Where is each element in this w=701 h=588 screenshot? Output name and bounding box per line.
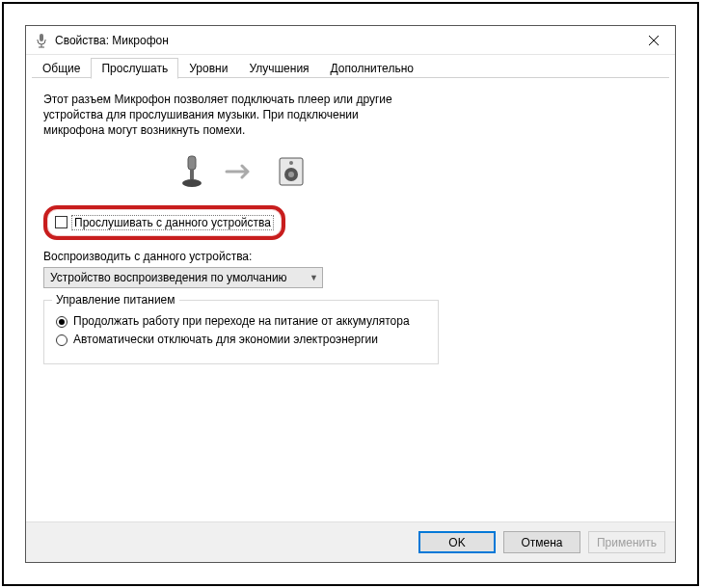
- speaker-device-icon: [277, 155, 306, 191]
- cancel-button[interactable]: Отмена: [503, 531, 580, 553]
- power-management-legend: Управление питанием: [52, 293, 179, 307]
- listen-description: Этот разъем Микрофон позволяет подключат…: [43, 92, 410, 139]
- svg-point-10: [288, 172, 294, 177]
- highlight-annotation: Прослушивать с данного устройства: [43, 205, 285, 240]
- device-flow-illustration: [178, 154, 658, 192]
- power-management-group: Управление питанием Продолжать работу пр…: [43, 300, 439, 364]
- tab-content: Этот разъем Микрофон позволяет подключат…: [26, 78, 675, 521]
- playback-device-label: Воспроизводить с данного устройства:: [43, 250, 658, 263]
- svg-point-7: [182, 179, 202, 187]
- playback-device-combo[interactable]: Устройство воспроизведения по умолчанию …: [43, 267, 323, 288]
- svg-rect-6: [190, 170, 194, 179]
- tabstrip: Общие Прослушать Уровни Улучшения Дополн…: [26, 55, 675, 78]
- svg-rect-0: [40, 34, 43, 41]
- chevron-down-icon: ▼: [310, 273, 318, 282]
- tab-enhancements[interactable]: Улучшения: [238, 58, 319, 78]
- svg-rect-5: [188, 156, 196, 170]
- arrow-right-icon: [225, 163, 257, 183]
- microphone-icon: [34, 33, 49, 48]
- tab-advanced[interactable]: Дополнительно: [320, 58, 424, 78]
- close-button[interactable]: [632, 26, 675, 55]
- button-bar: OK Отмена Применить: [26, 521, 675, 562]
- tab-general[interactable]: Общие: [32, 58, 91, 78]
- svg-point-11: [289, 161, 293, 165]
- playback-device-value: Устройство воспроизведения по умолчанию: [50, 271, 287, 284]
- apply-button[interactable]: Применить: [588, 531, 665, 553]
- power-auto-off-radio[interactable]: [56, 334, 67, 346]
- ok-button[interactable]: OK: [418, 531, 496, 553]
- power-continue-option[interactable]: Продолжать работу при переходе на питани…: [56, 314, 426, 330]
- tab-levels[interactable]: Уровни: [178, 58, 238, 78]
- listen-checkbox[interactable]: [55, 216, 67, 228]
- window-title: Свойства: Микрофон: [55, 34, 169, 47]
- power-continue-radio[interactable]: [56, 316, 67, 328]
- listen-checkbox-row[interactable]: Прослушивать с данного устройства: [55, 215, 274, 230]
- titlebar: Свойства: Микрофон: [26, 26, 675, 55]
- power-auto-off-option[interactable]: Автоматически отключать для экономии эле…: [56, 333, 426, 348]
- listen-checkbox-label: Прослушивать с данного устройства: [71, 215, 274, 230]
- window: Свойства: Микрофон Общие Прослушать Уров…: [25, 25, 676, 563]
- tab-listen[interactable]: Прослушать: [91, 58, 178, 79]
- power-continue-label: Продолжать работу при переходе на питани…: [73, 314, 410, 330]
- mic-device-icon: [178, 154, 205, 192]
- power-auto-off-label: Автоматически отключать для экономии эле…: [73, 333, 378, 348]
